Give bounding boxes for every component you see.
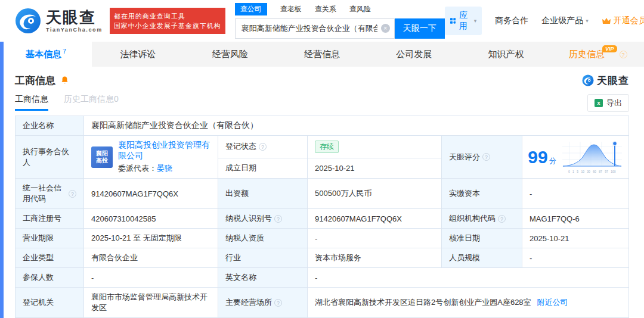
- credit-code-label: 统一社会信用代码: [23, 183, 66, 204]
- business-address-label: 主要经营场所: [225, 297, 272, 308]
- field-label-registry-authority: 登记机关: [16, 288, 84, 318]
- tyc-score-label: 天眼评分: [449, 152, 480, 163]
- reg-status-label: 登记状态: [225, 141, 256, 152]
- tab-basic-info[interactable]: 基本信息 7: [0, 42, 92, 67]
- status-badge: 存续: [315, 141, 339, 153]
- chevron-down-icon: ▾: [586, 18, 589, 24]
- field-value-registry-authority: 襄阳市市场监督管理局高新技术开发区: [84, 288, 218, 318]
- score-curve: [561, 141, 623, 169]
- tab-development[interactable]: 公司发展: [368, 42, 460, 67]
- field-label-business-address: 主要经营场所 ?: [218, 288, 308, 318]
- field-label-business-term: 营业期限: [16, 229, 84, 248]
- help-icon[interactable]: ?: [498, 215, 506, 223]
- help-icon[interactable]: ?: [274, 215, 282, 223]
- watermark-text: 天眼查: [597, 74, 629, 88]
- nav-member[interactable]: 开通会员 ▾: [602, 15, 644, 26]
- subscribe-bell-icon[interactable]: [60, 76, 69, 85]
- search-tabs: 查公司 查老板 查关系 查风险: [235, 3, 445, 15]
- subtab-history-info[interactable]: 历史工商信息 0: [64, 94, 119, 105]
- help-icon[interactable]: ?: [482, 153, 490, 161]
- field-label-insured-count: 参保人数: [16, 268, 84, 288]
- partner-avatar[interactable]: 襄阳 高投: [91, 146, 113, 168]
- excel-icon: x: [595, 99, 603, 107]
- field-label-contribution: 出资额: [218, 179, 308, 209]
- field-value-business-address: 湖北省襄阳高新技术开发区追日路2号创新创业产业园A座628室 附近公司: [308, 288, 629, 318]
- field-value-business-term: 2025-10-21 至 无固定期限: [84, 229, 218, 248]
- field-label-executive-partner: 执行事务合伙人: [16, 136, 84, 179]
- field-label-reg-status: 登记状态 ?: [218, 136, 308, 158]
- search-input[interactable]: [235, 18, 395, 39]
- org-code-label: 组织机构代码: [449, 213, 496, 224]
- taxpayer-id-label: 纳税人识别号: [225, 213, 272, 224]
- top-nav: 应用 ▾ 商务合作 企业级产品 ▾ 开通会员 ▾ 费米 ▾: [445, 7, 644, 35]
- tab-history-label: 历史信息: [569, 49, 605, 60]
- clear-icon[interactable]: ×: [381, 24, 390, 33]
- field-label-staff-size: 人员规模: [442, 248, 522, 268]
- apps-grid-icon: [450, 17, 456, 25]
- field-value-executive-partner: 襄阳 高投 襄阳高投创业投资管理有限公司 委派代表：晏骁: [84, 136, 218, 179]
- search-tab-company[interactable]: 查公司: [235, 3, 267, 15]
- help-icon[interactable]: ?: [259, 143, 267, 151]
- partner-avatar-line2: 高投: [96, 157, 108, 164]
- field-value-org-code: MAG1F7QQ-6: [522, 209, 629, 229]
- nav-enterprise[interactable]: 企业级产品 ▾: [541, 15, 589, 26]
- business-info-table: 企业名称 襄阳高新储能产业投资合伙企业（有限合伙） 执行事务合伙人 襄阳 高投 …: [15, 116, 629, 318]
- tab-business-info[interactable]: 经营信息: [276, 42, 368, 67]
- field-value-company-name: 襄阳高新储能产业投资合伙企业（有限合伙）: [84, 116, 629, 136]
- help-icon[interactable]: ?: [620, 51, 627, 58]
- vip-badge: VIP: [602, 45, 617, 52]
- search-tab-boss[interactable]: 查老板: [280, 4, 302, 14]
- field-value-english-name: -: [308, 268, 629, 288]
- field-value-approval-date: 2025-10-21: [522, 229, 629, 248]
- field-label-english-name: 英文名称: [218, 268, 308, 288]
- main-content: 工商信息 天眼查 工商信息 历史工商信息 0 x 导出 企业名称: [0, 67, 644, 318]
- search-tab-risk[interactable]: 查风险: [349, 4, 371, 14]
- field-label-tyc-score: 天眼评分 ?: [442, 136, 522, 179]
- nav-cooperation[interactable]: 商务合作: [495, 15, 528, 26]
- field-label-org-code: 组织机构代码 ?: [442, 209, 522, 229]
- field-label-establish-date: 成立日期: [218, 158, 308, 179]
- nav-apps-label: 应用: [459, 10, 470, 32]
- field-label-company-type: 企业类型: [16, 248, 84, 268]
- tab-ip[interactable]: 知识产权: [460, 42, 552, 67]
- left-accent-strip: [0, 42, 4, 318]
- tianyancha-logo-icon: [15, 8, 41, 34]
- tab-legal[interactable]: 法律诉讼: [92, 42, 184, 67]
- field-value-staff-size: -: [522, 248, 629, 268]
- field-value-company-type: 有限合伙企业: [84, 248, 218, 268]
- tianyancha-logo[interactable]: 天眼查 TianYanCha.com: [15, 8, 103, 34]
- field-value-contribution: 500500万人民币: [308, 179, 442, 209]
- nav-apps[interactable]: 应用 ▾: [445, 7, 482, 35]
- subtab-business-info[interactable]: 工商信息: [15, 94, 48, 111]
- field-label-taxpayer-quality: 纳税人资质: [218, 229, 308, 248]
- help-icon[interactable]: ?: [69, 190, 76, 198]
- tab-operating-risk[interactable]: 经营风险: [184, 42, 276, 67]
- field-value-reg-status: 存续: [308, 136, 442, 158]
- field-value-paidin-capital: -: [522, 179, 629, 209]
- field-value-industry: 资本市场服务: [308, 248, 442, 268]
- score-distribution-chart: 0 1 5 10 30 60 87 97 100: [561, 141, 623, 173]
- slogan-line2: 国家中小企业发展子基金旗下机构: [114, 21, 221, 30]
- tianyancha-watermark-icon: [582, 74, 594, 86]
- partner-company-link[interactable]: 襄阳高投创业投资管理有限公司: [118, 140, 210, 161]
- nearby-companies-link[interactable]: 附近公司: [537, 297, 568, 308]
- section-title: 工商信息: [15, 74, 55, 88]
- field-value-tyc-score[interactable]: 99分: [522, 136, 629, 179]
- field-label-company-name: 企业名称: [16, 116, 84, 136]
- subtab-history-label: 历史工商信息: [64, 94, 114, 105]
- score-axis-ticks: 0 1 5 10 30 60 87 97 100: [568, 170, 616, 173]
- search-button[interactable]: 天眼一下: [395, 18, 445, 39]
- tianyancha-watermark: 天眼查: [582, 74, 629, 88]
- company-tab-bar: 基本信息 7 法律诉讼 经营风险 经营信息 公司发展 知识产权 历史信息 VIP…: [0, 42, 644, 67]
- address-text: 湖北省襄阳高新技术开发区追日路2号创新创业产业园A座628室: [315, 297, 531, 308]
- search-tab-relation[interactable]: 查关系: [315, 4, 336, 14]
- nav-enterprise-label: 企业级产品: [541, 15, 583, 26]
- crown-icon: [602, 17, 611, 25]
- rep-label: 委派代表：: [118, 164, 157, 173]
- export-button[interactable]: x 导出: [587, 94, 629, 112]
- brand-name: 天眼查: [46, 10, 103, 25]
- tab-history[interactable]: 历史信息 VIP ?: [552, 42, 644, 67]
- partner-avatar-line1: 襄阳: [96, 150, 108, 157]
- rep-link[interactable]: 晏骁: [157, 164, 172, 173]
- help-icon[interactable]: ?: [274, 299, 282, 307]
